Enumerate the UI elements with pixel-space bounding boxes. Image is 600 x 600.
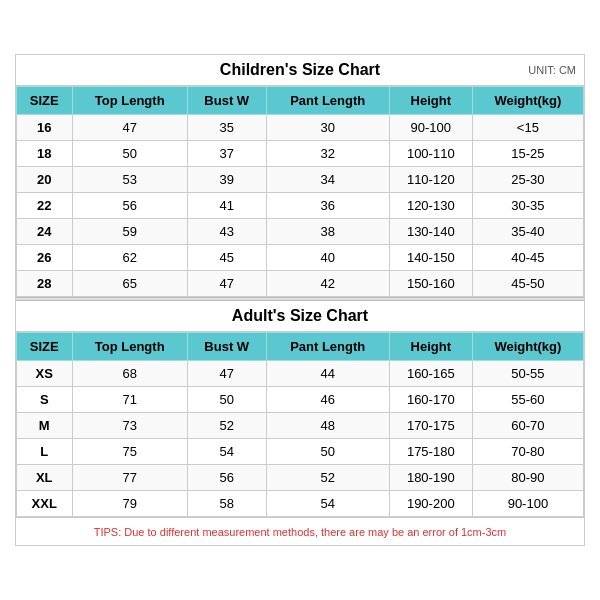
table-row: 22564136120-13030-35 xyxy=(17,193,584,219)
table-cell: 50 xyxy=(266,439,389,465)
children-col-height: Height xyxy=(389,87,472,115)
tips-text: TIPS: Due to different measurement metho… xyxy=(94,526,506,538)
adult-col-size: SIZE xyxy=(17,333,73,361)
table-row: XL775652180-19080-90 xyxy=(17,465,584,491)
table-cell: 56 xyxy=(187,465,266,491)
adult-title-row: Adult's Size Chart xyxy=(16,301,584,332)
table-cell: 68 xyxy=(72,361,187,387)
table-cell: <15 xyxy=(472,115,583,141)
table-cell: 47 xyxy=(72,115,187,141)
table-cell: 48 xyxy=(266,413,389,439)
table-row: S715046160-17055-60 xyxy=(17,387,584,413)
table-cell: 50 xyxy=(72,141,187,167)
table-cell: 18 xyxy=(17,141,73,167)
unit-label: UNIT: CM xyxy=(528,64,576,76)
table-cell: 25-30 xyxy=(472,167,583,193)
table-cell: 38 xyxy=(266,219,389,245)
table-cell: 160-165 xyxy=(389,361,472,387)
table-cell: 160-170 xyxy=(389,387,472,413)
table-cell: 80-90 xyxy=(472,465,583,491)
table-cell: 150-160 xyxy=(389,271,472,297)
table-row: 18503732100-11015-25 xyxy=(17,141,584,167)
table-cell: 44 xyxy=(266,361,389,387)
table-cell: 15-25 xyxy=(472,141,583,167)
table-row: 28654742150-16045-50 xyxy=(17,271,584,297)
table-cell: 47 xyxy=(187,271,266,297)
table-cell: 90-100 xyxy=(389,115,472,141)
table-cell: 59 xyxy=(72,219,187,245)
adult-col-bust-w: Bust W xyxy=(187,333,266,361)
table-cell: 75 xyxy=(72,439,187,465)
table-cell: M xyxy=(17,413,73,439)
table-cell: 40-45 xyxy=(472,245,583,271)
table-row: 24594338130-14035-40 xyxy=(17,219,584,245)
table-cell: 58 xyxy=(187,491,266,517)
adult-col-weight: Weight(kg) xyxy=(472,333,583,361)
table-cell: 65 xyxy=(72,271,187,297)
table-cell: 39 xyxy=(187,167,266,193)
table-row: 1647353090-100<15 xyxy=(17,115,584,141)
adult-table: SIZE Top Length Bust W Pant Length Heigh… xyxy=(16,332,584,517)
table-cell: 90-100 xyxy=(472,491,583,517)
table-cell: 46 xyxy=(266,387,389,413)
table-cell: 55-60 xyxy=(472,387,583,413)
table-cell: 50 xyxy=(187,387,266,413)
children-col-size: SIZE xyxy=(17,87,73,115)
table-cell: 130-140 xyxy=(389,219,472,245)
table-cell: 54 xyxy=(266,491,389,517)
table-row: L755450175-18070-80 xyxy=(17,439,584,465)
table-cell: 47 xyxy=(187,361,266,387)
table-cell: 20 xyxy=(17,167,73,193)
table-cell: 22 xyxy=(17,193,73,219)
table-cell: 140-150 xyxy=(389,245,472,271)
children-col-bust-w: Bust W xyxy=(187,87,266,115)
table-cell: 73 xyxy=(72,413,187,439)
tips-row: TIPS: Due to different measurement metho… xyxy=(16,517,584,545)
table-cell: 62 xyxy=(72,245,187,271)
table-cell: 50-55 xyxy=(472,361,583,387)
table-cell: 35-40 xyxy=(472,219,583,245)
adult-col-top-length: Top Length xyxy=(72,333,187,361)
table-cell: L xyxy=(17,439,73,465)
children-col-pant-length: Pant Length xyxy=(266,87,389,115)
table-row: 20533934110-12025-30 xyxy=(17,167,584,193)
table-cell: 71 xyxy=(72,387,187,413)
children-title: Children's Size Chart xyxy=(220,61,380,78)
table-cell: XS xyxy=(17,361,73,387)
table-cell: 180-190 xyxy=(389,465,472,491)
table-cell: 77 xyxy=(72,465,187,491)
table-row: XS684744160-16550-55 xyxy=(17,361,584,387)
table-cell: 79 xyxy=(72,491,187,517)
table-cell: 34 xyxy=(266,167,389,193)
table-cell: 32 xyxy=(266,141,389,167)
table-cell: 120-130 xyxy=(389,193,472,219)
children-table: SIZE Top Length Bust W Pant Length Heigh… xyxy=(16,86,584,297)
table-cell: 36 xyxy=(266,193,389,219)
table-cell: XL xyxy=(17,465,73,491)
table-cell: 16 xyxy=(17,115,73,141)
table-cell: 53 xyxy=(72,167,187,193)
table-cell: 45-50 xyxy=(472,271,583,297)
table-cell: 45 xyxy=(187,245,266,271)
table-cell: 43 xyxy=(187,219,266,245)
size-chart-container: Children's Size Chart UNIT: CM SIZE Top … xyxy=(15,54,585,546)
table-row: M735248170-17560-70 xyxy=(17,413,584,439)
table-cell: 70-80 xyxy=(472,439,583,465)
table-cell: 56 xyxy=(72,193,187,219)
table-cell: 30-35 xyxy=(472,193,583,219)
table-cell: 42 xyxy=(266,271,389,297)
adult-col-height: Height xyxy=(389,333,472,361)
table-row: 26624540140-15040-45 xyxy=(17,245,584,271)
children-col-weight: Weight(kg) xyxy=(472,87,583,115)
table-row: XXL795854190-20090-100 xyxy=(17,491,584,517)
table-cell: S xyxy=(17,387,73,413)
adult-header-row: SIZE Top Length Bust W Pant Length Heigh… xyxy=(17,333,584,361)
table-cell: 30 xyxy=(266,115,389,141)
table-cell: 24 xyxy=(17,219,73,245)
table-cell: 35 xyxy=(187,115,266,141)
table-cell: 40 xyxy=(266,245,389,271)
children-header-row: SIZE Top Length Bust W Pant Length Heigh… xyxy=(17,87,584,115)
table-cell: 110-120 xyxy=(389,167,472,193)
table-cell: 190-200 xyxy=(389,491,472,517)
table-cell: 41 xyxy=(187,193,266,219)
